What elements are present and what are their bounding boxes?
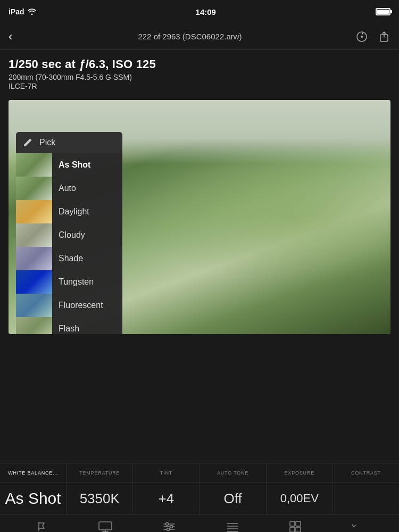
panel-values: As Shot 5350K +4 Off 0,00EV	[0, 483, 399, 514]
back-button[interactable]: ‹	[9, 30, 24, 44]
panel-labels: WHITE BALANCE... TEMPERATURE TINT AUTO T…	[0, 463, 399, 483]
photo-info: 1/250 sec at ƒ/6.3, ISO 125 200mm (70-30…	[0, 50, 399, 95]
status-bar: iPad 14:09	[0, 0, 399, 23]
panel-value-auto-tone[interactable]: Off	[200, 483, 267, 514]
panel-label-tint[interactable]: TINT	[133, 463, 200, 482]
device-label: iPad	[9, 7, 24, 16]
panel-label-exposure[interactable]: EXPOSURE	[267, 463, 333, 482]
undo-icon[interactable]	[352, 521, 363, 533]
panel-value-temperature[interactable]: 5350K	[66, 483, 133, 514]
sliders-icon[interactable]	[163, 521, 176, 532]
wb-item-shade[interactable]: Shade	[16, 247, 122, 270]
wb-pick-label[interactable]: Pick	[39, 138, 55, 147]
wb-as-shot-label: As Shot	[52, 160, 122, 170]
wb-tungsten-label: Tungsten	[52, 277, 122, 287]
status-left: iPad	[9, 7, 36, 16]
svg-point-9	[165, 522, 168, 525]
wb-item-tungsten[interactable]: Tungsten	[16, 270, 122, 294]
svg-rect-19	[296, 527, 301, 532]
wb-dropdown: Pick As Shot Auto Daylight Cloudy Shade	[16, 132, 122, 334]
wb-header: Pick	[16, 132, 122, 153]
wb-cloudy-label: Cloudy	[52, 230, 122, 240]
panel-value-white-balance[interactable]: As Shot	[0, 483, 66, 514]
panel-value-tint[interactable]: +4	[133, 483, 200, 514]
photo-area: Pick As Shot Auto Daylight Cloudy Shade	[9, 100, 390, 334]
share-icon[interactable]	[378, 30, 390, 43]
flag-icon[interactable]	[36, 521, 48, 533]
wb-auto-label: Auto	[52, 184, 122, 193]
panel-label-temperature[interactable]: TEMPERATURE	[66, 463, 133, 482]
bottom-bar: WHITE BALANCE... TEMPERATURE TINT AUTO T…	[0, 463, 399, 532]
camera-info: ILCE-7R	[9, 82, 390, 90]
svg-point-10	[170, 525, 172, 528]
wb-item-flash[interactable]: Flash	[16, 317, 122, 334]
grid-icon[interactable]	[289, 521, 301, 533]
panel-label-auto-tone[interactable]: AUTO TONE	[200, 463, 267, 482]
wb-thumb-tungsten	[16, 270, 52, 294]
status-time: 14:09	[196, 7, 216, 16]
wb-item-daylight[interactable]: Daylight	[16, 200, 122, 223]
wb-daylight-label: Daylight	[52, 207, 122, 217]
panel-value-exposure[interactable]: 0,00EV	[267, 483, 333, 514]
wb-item-as-shot[interactable]: As Shot	[16, 153, 122, 177]
wb-thumb-daylight	[16, 200, 52, 223]
wb-fluorescent-label: Fluorescent	[52, 301, 122, 310]
panel-value-contrast[interactable]	[333, 483, 399, 514]
wb-thumb-shade	[16, 247, 52, 270]
bottom-icons	[0, 514, 399, 532]
svg-rect-16	[290, 521, 295, 526]
svg-point-11	[167, 528, 169, 530]
wb-item-cloudy[interactable]: Cloudy	[16, 223, 122, 247]
wb-thumb-cloudy	[16, 223, 52, 247]
svg-rect-18	[290, 527, 295, 532]
nav-title: 222 of 2963 (DSC06022.arw)	[138, 32, 242, 41]
status-right	[376, 8, 390, 15]
shutter-info: 1/250 sec at ƒ/6.3, ISO 125	[9, 57, 390, 71]
panel-label-white-balance[interactable]: WHITE BALANCE...	[0, 463, 66, 482]
nav-bar: ‹ 222 of 2963 (DSC06022.arw)	[0, 23, 399, 50]
wb-flash-label: Flash	[52, 324, 122, 334]
compare-icon[interactable]	[98, 521, 112, 532]
list-icon[interactable]	[226, 521, 239, 532]
pencil-icon	[22, 137, 33, 148]
wb-shade-label: Shade	[52, 254, 122, 263]
wb-thumb-flash	[16, 317, 52, 334]
wb-thumb-fluorescent	[16, 294, 52, 317]
svg-rect-17	[296, 521, 301, 526]
lens-info: 200mm (70-300mm F4.5-5.6 G SSM)	[9, 73, 390, 81]
nav-right-icons	[355, 30, 390, 43]
wb-item-auto[interactable]: Auto	[16, 177, 122, 200]
sync-icon[interactable]	[355, 30, 368, 43]
wb-thumb-auto	[16, 177, 52, 200]
svg-rect-3	[99, 522, 112, 530]
wifi-icon	[28, 9, 36, 15]
wb-item-fluorescent[interactable]: Fluorescent	[16, 294, 122, 317]
battery-icon	[376, 8, 390, 15]
wb-thumb-as-shot	[16, 153, 52, 177]
panel-label-contrast[interactable]: CONTRAST	[333, 463, 399, 482]
svg-point-1	[361, 36, 363, 38]
